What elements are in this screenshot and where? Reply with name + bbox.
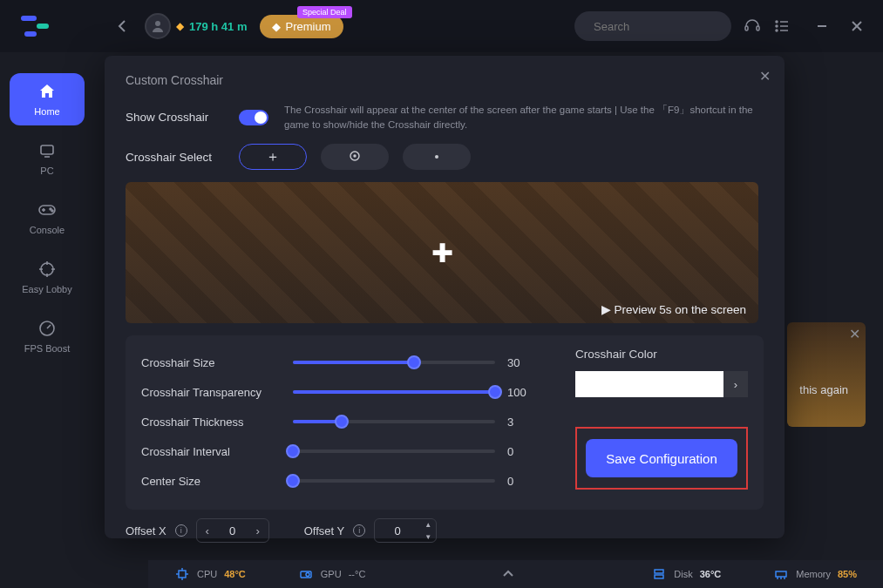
- stepper-decrement[interactable]: ‹: [197, 519, 218, 542]
- slider-row: Crosshair Thickness3: [141, 407, 549, 436]
- settings-panel: Crosshair Size30Crosshair Transparency10…: [126, 335, 764, 510]
- search-bar[interactable]: [574, 11, 731, 41]
- save-configuration-button[interactable]: Save Configuration: [586, 439, 737, 477]
- svg-point-7: [776, 25, 778, 27]
- slider-4[interactable]: [293, 479, 495, 483]
- preview-caption[interactable]: ▶ Preview 5s on the screen: [601, 302, 746, 316]
- crosshair-preview: ✚ ▶ Preview 5s on the screen: [126, 182, 758, 323]
- svg-point-9: [776, 30, 778, 31]
- show-crosshair-desc: The Crosshair will appear at the center …: [284, 103, 764, 132]
- sidebar-item-home[interactable]: Home: [10, 73, 85, 125]
- slider-group: Crosshair Size30Crosshair Transparency10…: [141, 348, 549, 496]
- expand-up-button[interactable]: [502, 569, 514, 579]
- svg-point-21: [41, 263, 53, 275]
- slider-label: Center Size: [141, 475, 281, 488]
- search-input[interactable]: [594, 20, 740, 33]
- slider-label: Crosshair Size: [141, 356, 281, 369]
- diamond-icon: ◆: [176, 20, 184, 32]
- sidebar-item-label: PC: [40, 166, 53, 176]
- diamond-icon: ◆: [272, 20, 281, 33]
- stepper-down[interactable]: ▼: [420, 531, 436, 543]
- offset-x-stepper[interactable]: ‹ 0 ›: [196, 518, 269, 543]
- info-icon[interactable]: i: [353, 524, 365, 537]
- plus-icon: ＋: [266, 148, 280, 166]
- offset-y-stepper[interactable]: 0 ▲ ▼: [374, 518, 437, 543]
- sidebar-item-label: FPS Boost: [24, 343, 71, 354]
- svg-rect-30: [179, 571, 186, 578]
- slider-2[interactable]: [293, 420, 495, 423]
- color-swatch[interactable]: [575, 371, 723, 397]
- app-logo: [17, 9, 52, 44]
- svg-rect-3: [745, 26, 748, 30]
- crosshair-shape-plus[interactable]: ＋: [239, 144, 307, 170]
- svg-rect-38: [655, 575, 663, 578]
- svg-point-29: [354, 155, 356, 157]
- close-icon[interactable]: ✕: [849, 326, 860, 342]
- sidebar-item-easy-lobby[interactable]: Easy Lobby: [10, 251, 85, 303]
- sidebar-item-label: Home: [34, 106, 59, 117]
- slider-value: 0: [507, 475, 533, 488]
- modal-close-button[interactable]: ✕: [759, 68, 771, 84]
- stat-memory[interactable]: Memory 85%: [773, 566, 857, 582]
- cpu-icon: [174, 566, 190, 582]
- svg-rect-37: [655, 570, 663, 573]
- dot-icon: [435, 155, 438, 159]
- stepper-up[interactable]: ▲: [420, 518, 436, 531]
- svg-point-19: [50, 208, 51, 210]
- show-crosshair-toggle[interactable]: [239, 110, 268, 125]
- nav-back-button[interactable]: [112, 16, 132, 37]
- slider-0[interactable]: [293, 361, 495, 364]
- svg-point-0: [155, 21, 160, 26]
- stepper-increment[interactable]: ›: [248, 519, 268, 542]
- premium-label: Premium: [286, 20, 331, 33]
- slider-value: 3: [507, 416, 533, 429]
- stat-value: 85%: [838, 569, 857, 579]
- support-icon[interactable]: [744, 17, 761, 35]
- slider-1[interactable]: [293, 390, 495, 394]
- gauge-icon: [37, 319, 57, 338]
- minimize-button[interactable]: [813, 17, 831, 35]
- stat-cpu[interactable]: CPU 48°C: [174, 566, 246, 582]
- list-icon[interactable]: [773, 17, 791, 35]
- stat-value: 48°C: [224, 569, 246, 579]
- user-chip[interactable]: ◆ 179 h 41 m: [145, 13, 248, 39]
- crosshair-select-label: Crosshair Select: [126, 151, 223, 164]
- disk-icon: [651, 566, 667, 582]
- modal-title: Custom Crosshair: [126, 73, 764, 87]
- status-bar: CPU 48°C GPU --°C Disk 36°C Memory 85%: [148, 560, 883, 588]
- slider-label: Crosshair Interval: [141, 445, 281, 458]
- color-label: Crosshair Color: [575, 348, 748, 361]
- crosshair-mark-icon: ✚: [431, 238, 453, 268]
- stat-label: Disk: [674, 569, 692, 579]
- offset-y-value: 0: [375, 524, 420, 537]
- crosshair-modal: ✕ Custom Crosshair Show Crosshair The Cr…: [105, 56, 785, 538]
- crosshair-shape-dot[interactable]: [403, 144, 471, 170]
- sidebar-item-fps-boost[interactable]: FPS Boost: [10, 310, 85, 362]
- stat-value: --°C: [349, 569, 366, 579]
- sidebar-item-pc[interactable]: PC: [10, 132, 85, 185]
- bg-card-image: ✕: [787, 322, 866, 427]
- bg-card-caption: this again: [799, 383, 848, 396]
- slider-label: Crosshair Transparency: [141, 386, 281, 399]
- crosshair-shape-circle[interactable]: [321, 144, 389, 170]
- topbar: ◆ 179 h 41 m ◆ Premium Special Deal: [0, 0, 883, 52]
- color-picker-button[interactable]: ›: [723, 371, 748, 397]
- offset-y-label: Offset Y: [304, 524, 345, 537]
- stat-gpu[interactable]: GPU --°C: [298, 566, 366, 582]
- info-icon[interactable]: i: [175, 524, 187, 537]
- slider-3[interactable]: [293, 449, 495, 453]
- sidebar-item-console[interactable]: Console: [10, 192, 85, 244]
- time-credit: 179 h 41 m: [189, 20, 248, 33]
- stat-value: 36°C: [700, 569, 722, 579]
- close-window-button[interactable]: [848, 17, 866, 35]
- chevron-up-icon: [502, 569, 514, 578]
- stat-disk[interactable]: Disk 36°C: [651, 566, 721, 582]
- slider-row: Crosshair Interval0: [141, 436, 549, 466]
- stat-label: Memory: [796, 569, 831, 579]
- special-deal-badge: Special Deal: [297, 6, 352, 18]
- svg-rect-14: [41, 145, 53, 154]
- premium-button[interactable]: ◆ Premium: [260, 15, 343, 38]
- svg-rect-39: [776, 571, 786, 577]
- stat-label: CPU: [197, 569, 217, 579]
- save-label: Save Configuration: [606, 451, 717, 466]
